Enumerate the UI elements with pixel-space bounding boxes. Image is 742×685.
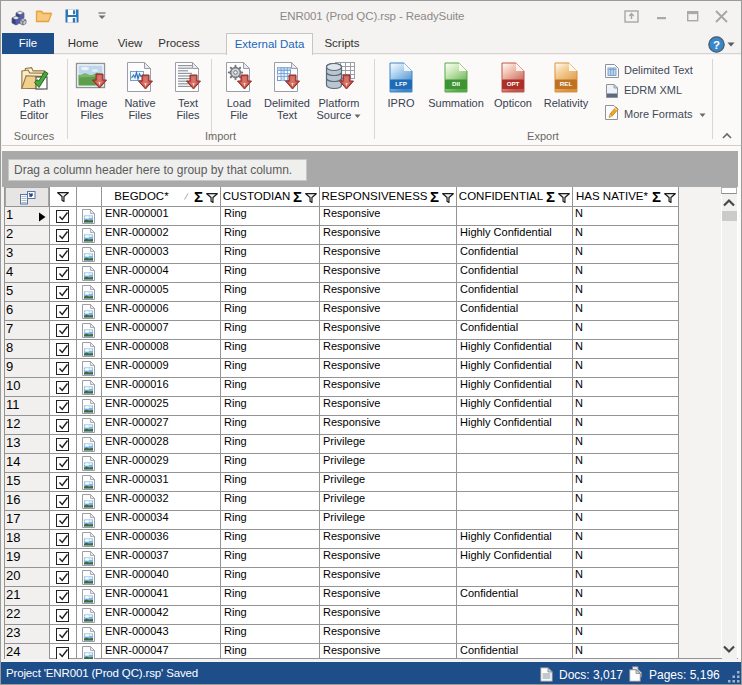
svg-text:REL: REL bbox=[560, 80, 573, 87]
svg-text:?: ? bbox=[713, 39, 720, 51]
svg-text:DII: DII bbox=[452, 80, 460, 87]
svg-text:LFP: LFP bbox=[395, 80, 407, 87]
svg-text:OPT: OPT bbox=[507, 80, 520, 87]
